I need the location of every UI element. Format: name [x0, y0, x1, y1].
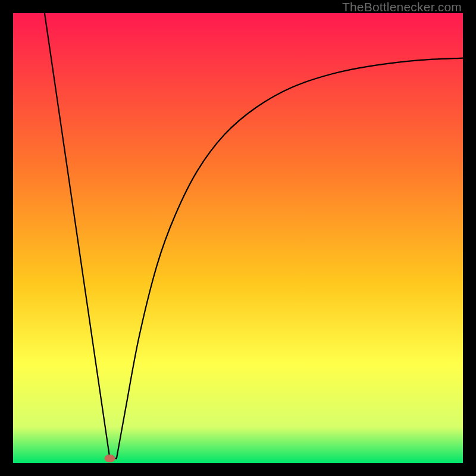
gradient-background	[13, 13, 463, 463]
watermark-label: TheBottlenecker.com	[342, 0, 462, 14]
chart-frame: TheBottlenecker.com	[0, 0, 476, 476]
bottleneck-chart	[13, 13, 463, 463]
plot-area	[13, 13, 463, 463]
marker-dot	[104, 455, 115, 463]
